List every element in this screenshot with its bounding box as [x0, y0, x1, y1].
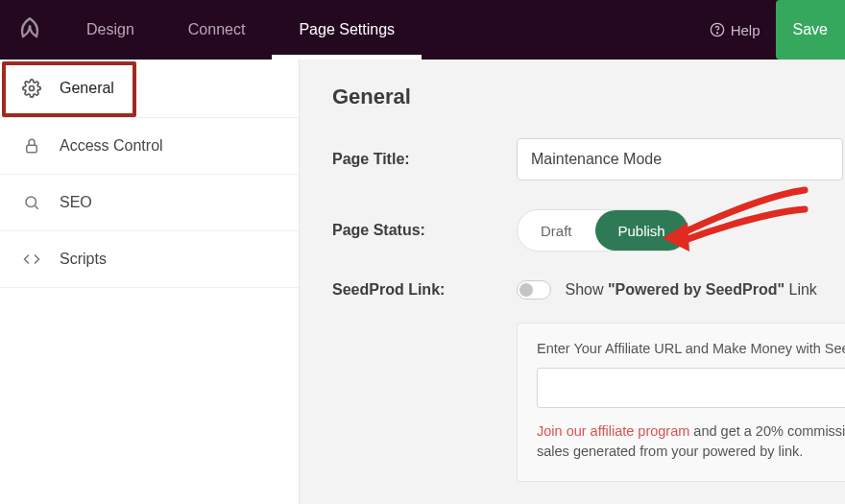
sidebar-item-label: Access Control — [60, 137, 163, 155]
switch-label-prefix: Show — [565, 281, 607, 298]
annotation-highlight-box — [2, 61, 136, 117]
app-logo — [0, 0, 60, 60]
search-icon — [21, 194, 42, 211]
sidebar-item-label: SEO — [60, 194, 92, 211]
main-panel: General Page Title: Page Status: Draft P… — [300, 60, 845, 504]
status-option-draft[interactable]: Draft — [518, 210, 595, 251]
sidebar-item-scripts[interactable]: Scripts — [0, 231, 299, 288]
sidebar-item-access-control[interactable]: Access Control — [0, 118, 299, 175]
switch-label-bold: "Powered by SeedProd" — [608, 281, 785, 298]
svg-rect-3 — [27, 145, 37, 153]
help-icon — [710, 22, 725, 37]
row-seedprod-link: SeedProd Link: Show "Powered by SeedProd… — [332, 280, 845, 300]
affiliate-footer: Join our affiliate program and get a 20%… — [537, 421, 845, 462]
page-heading: General — [332, 84, 845, 109]
affiliate-box: Enter Your Affiliate URL and Make Money … — [517, 323, 845, 482]
tab-design[interactable]: Design — [60, 0, 161, 60]
sidebar-item-seo[interactable]: SEO — [0, 175, 299, 231]
affiliate-program-link[interactable]: Join our affiliate program — [537, 423, 689, 439]
lock-icon — [21, 137, 42, 155]
topbar: Design Connect Page Settings Help Save — [0, 0, 845, 60]
topbar-right: Help Save — [710, 0, 845, 60]
help-link[interactable]: Help — [710, 22, 760, 38]
tab-connect[interactable]: Connect — [161, 0, 273, 60]
svg-point-1 — [716, 33, 717, 34]
content: General Access Control SEO Scripts Gener… — [0, 60, 845, 504]
code-icon — [21, 251, 42, 268]
page-title-input[interactable] — [517, 138, 843, 180]
switch-label-suffix: Link — [785, 281, 817, 298]
row-page-title: Page Title: — [332, 138, 845, 180]
seedprod-switch[interactable] — [517, 280, 551, 300]
label-page-status: Page Status: — [332, 222, 517, 239]
affiliate-url-input[interactable] — [537, 368, 845, 408]
label-page-title: Page Title: — [332, 151, 517, 168]
status-toggle: Draft Publish — [517, 209, 689, 252]
row-page-status: Page Status: Draft Publish — [332, 209, 845, 252]
status-option-publish[interactable]: Publish — [595, 210, 688, 251]
label-seedprod-link: SeedProd Link: — [332, 281, 517, 299]
tab-page-settings[interactable]: Page Settings — [272, 0, 422, 60]
save-button[interactable]: Save — [776, 0, 845, 60]
svg-point-4 — [26, 197, 36, 207]
top-tabs: Design Connect Page Settings — [60, 0, 422, 60]
help-label: Help — [731, 22, 760, 38]
affiliate-title: Enter Your Affiliate URL and Make Money … — [537, 341, 845, 356]
settings-sidebar: General Access Control SEO Scripts — [0, 60, 300, 504]
sidebar-item-label: Scripts — [60, 251, 107, 268]
seedprod-switch-label: Show "Powered by SeedProd" Link — [565, 281, 816, 298]
